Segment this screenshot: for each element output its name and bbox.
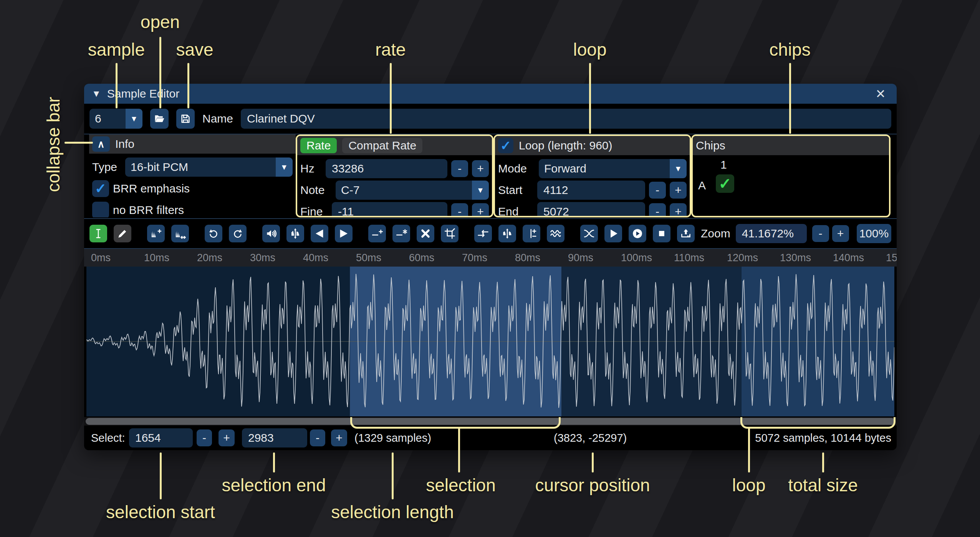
- loop-mode-dropdown[interactable]: Forward ▼: [539, 159, 687, 178]
- fade-in-button[interactable]: [311, 225, 328, 242]
- invert-button[interactable]: [498, 225, 516, 242]
- fine-input[interactable]: -11: [332, 202, 447, 217]
- time-ruler[interactable]: 0ms10ms20ms30ms40ms50ms60ms70ms80ms90ms1…: [84, 249, 897, 267]
- name-input[interactable]: Clarinet DQV: [241, 109, 891, 129]
- compat-rate-tab[interactable]: Compat Rate: [342, 138, 422, 153]
- zoom-in-button[interactable]: +: [832, 225, 849, 242]
- window-collapse-triangle-icon[interactable]: ▼: [92, 89, 101, 98]
- crossfade-button[interactable]: [580, 225, 598, 242]
- collapse-bar-button[interactable]: ∧: [92, 136, 110, 152]
- amplify-button[interactable]: [262, 225, 280, 242]
- apply-filter-button[interactable]: [547, 225, 564, 242]
- insert-silence-button[interactable]: [368, 225, 386, 242]
- resample-button[interactable]: [171, 225, 189, 242]
- loop-start-decrement-button[interactable]: -: [649, 182, 666, 199]
- type-dropdown[interactable]: 16-bit PCM ▼: [125, 157, 293, 177]
- normalize-button[interactable]: [286, 225, 304, 242]
- save-sample-button[interactable]: [176, 109, 195, 129]
- annotation-line-selection-end: [273, 452, 275, 472]
- selection-end-decrement-button[interactable]: -: [310, 429, 325, 446]
- hz-increment-button[interactable]: +: [472, 160, 489, 177]
- waveform-display[interactable]: [86, 267, 894, 416]
- sample-name-row: 6 ▼ Name Clarinet DQV: [84, 104, 897, 134]
- no-brr-filters-checkbox[interactable]: [92, 202, 109, 217]
- selection-start-increment-button[interactable]: +: [219, 429, 235, 446]
- chevron-down-icon[interactable]: ▼: [670, 159, 687, 178]
- rate-panel: Rate Compat Rate Hz 33286 - + Note C-7 ▼: [296, 134, 493, 217]
- annotation-total-size: total size: [788, 475, 858, 496]
- loop-start-input[interactable]: 4112: [537, 181, 645, 200]
- trim-button[interactable]: [441, 225, 459, 242]
- annotation-loop-bottom: loop: [732, 475, 766, 496]
- chevron-down-icon[interactable]: ▼: [276, 157, 293, 177]
- note-dropdown-value: C-7: [336, 181, 472, 200]
- reverse-button[interactable]: [474, 225, 492, 242]
- chips-column-header: 1: [720, 158, 727, 171]
- edit-mode-draw-button[interactable]: [114, 225, 131, 242]
- annotation-selection-start: selection start: [106, 502, 215, 522]
- fade-out-button[interactable]: [335, 225, 353, 242]
- annotation-line-loop-top: [589, 63, 591, 134]
- undo-button[interactable]: [205, 225, 222, 242]
- hz-label: Hz: [300, 162, 322, 175]
- open-sample-button[interactable]: [150, 109, 169, 129]
- zoom-label: Zoom: [701, 227, 730, 240]
- fine-increment-button[interactable]: +: [472, 203, 489, 217]
- note-dropdown[interactable]: C-7 ▼: [336, 181, 489, 200]
- selection-end-input[interactable]: 2983: [242, 428, 307, 448]
- hz-decrement-button[interactable]: -: [451, 160, 468, 177]
- zoom-input[interactable]: 41.1672%: [736, 224, 807, 243]
- redo-button[interactable]: [229, 225, 247, 242]
- chips-header-label: Chips: [696, 139, 725, 152]
- ruler-tick-140ms: 140ms: [833, 252, 864, 264]
- loop-end-increment-button[interactable]: +: [670, 203, 687, 217]
- annotation-line-loop-bottom: [748, 428, 750, 472]
- waveform-canvas[interactable]: [86, 267, 894, 416]
- ruler-tick-30ms: 30ms: [250, 252, 275, 264]
- zoom-reset-button[interactable]: 100%: [857, 224, 891, 243]
- sign-invert-button[interactable]: [523, 225, 540, 242]
- preview-sample-button[interactable]: [604, 225, 622, 242]
- annotation-line-selection: [458, 428, 460, 472]
- stop-preview-button[interactable]: [653, 225, 670, 242]
- ruler-tick-10ms: 10ms: [144, 252, 169, 264]
- loop-start-increment-button[interactable]: +: [670, 182, 687, 199]
- ruler-tick-110ms: 110ms: [674, 252, 704, 264]
- preview-sample-loop-button[interactable]: [629, 225, 646, 242]
- annotation-line-cursor-position: [592, 452, 594, 472]
- loop-mode-value: Forward: [539, 159, 670, 178]
- no-brr-filters-label: no BRR filters: [113, 204, 184, 217]
- ruler-tick-0ms: 0ms: [91, 252, 111, 264]
- hz-input[interactable]: 33286: [326, 159, 447, 178]
- delete-button[interactable]: [417, 225, 434, 242]
- sample-editor-window: ▼ Sample Editor × 6 ▼ Name Clarinet DQV …: [84, 84, 897, 450]
- annotation-open: open: [141, 12, 180, 32]
- edit-mode-select-button[interactable]: [89, 225, 107, 242]
- close-icon[interactable]: ×: [872, 85, 889, 102]
- brr-emphasis-checkbox[interactable]: ✓: [92, 180, 109, 197]
- rate-tab-active[interactable]: Rate: [300, 138, 337, 153]
- ruler-tick-70ms: 70ms: [462, 252, 487, 264]
- selection-start-input[interactable]: 1654: [129, 428, 193, 448]
- annotation-line-save: [187, 63, 189, 108]
- chevron-down-icon[interactable]: ▼: [126, 109, 142, 129]
- create-instrument-button[interactable]: [677, 225, 695, 242]
- annotation-selection-length: selection length: [331, 502, 454, 522]
- sample-selector[interactable]: 6 ▼: [89, 109, 142, 129]
- zoom-out-button[interactable]: -: [812, 225, 829, 242]
- chevron-down-icon[interactable]: ▼: [472, 181, 489, 200]
- info-panel: ∧ Info Type 16-bit PCM ▼ ✓ BRR emphasis: [89, 134, 296, 217]
- name-label: Name: [202, 112, 233, 125]
- ruler-tick-150ms: 150ms: [886, 252, 897, 264]
- chip-enable-checkbox[interactable]: ✓: [716, 174, 734, 193]
- rate-panel-header: Rate Compat Rate: [297, 136, 492, 155]
- apply-silence-button[interactable]: [392, 225, 410, 242]
- fine-decrement-button[interactable]: -: [451, 203, 468, 217]
- loop-end-input[interactable]: 5072: [537, 202, 645, 217]
- loop-enable-checkbox[interactable]: ✓: [498, 138, 513, 153]
- loop-end-decrement-button[interactable]: -: [649, 203, 666, 217]
- note-label: Note: [300, 184, 332, 197]
- selection-start-decrement-button[interactable]: -: [197, 429, 212, 446]
- selection-end-increment-button[interactable]: +: [331, 429, 347, 446]
- resize-button[interactable]: [147, 225, 165, 242]
